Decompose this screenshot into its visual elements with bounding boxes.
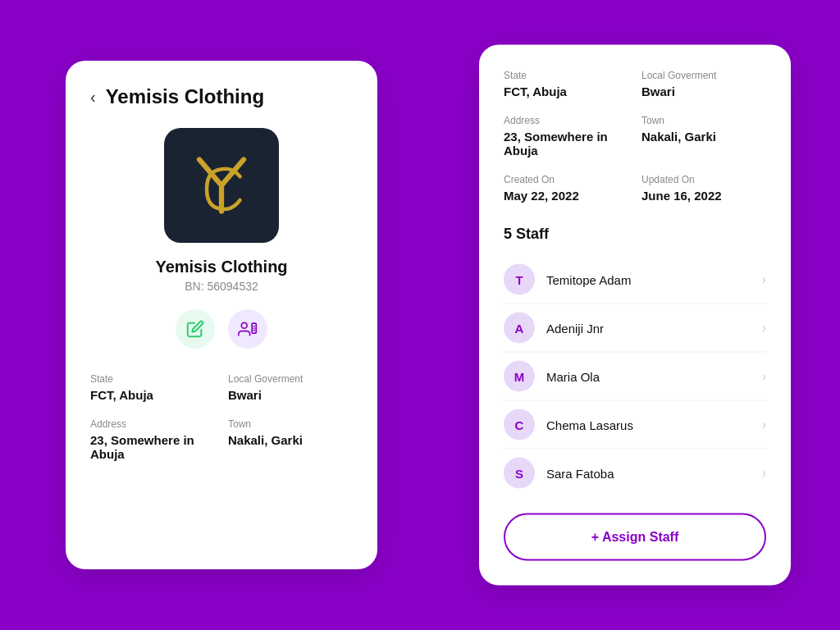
town-label: Town: [228, 418, 353, 430]
right-top-info: State FCT, Abuja Local Goverment Bwari A…: [504, 70, 766, 203]
local-gov-info: Local Goverment Bwari: [228, 373, 353, 402]
town-info: Town Nakali, Garki: [228, 418, 353, 461]
right-address-info: Address 23, Somewhere in Abuja: [504, 115, 628, 158]
right-local-gov-info: Local Goverment Bwari: [641, 70, 766, 98]
chevron-right-icon: ›: [762, 369, 766, 384]
svg-point-0: [241, 322, 247, 328]
staff-item[interactable]: T Temitope Adam ›: [504, 256, 766, 304]
updated-info: Updated On June 16, 2022: [641, 174, 766, 203]
staff-avatar: C: [504, 409, 535, 441]
staff-name: Sara Fatoba: [546, 466, 762, 480]
staff-item[interactable]: S Sara Fatoba ›: [504, 450, 766, 497]
updated-label: Updated On: [641, 174, 766, 185]
staff-item[interactable]: A Adeniji Jnr ›: [504, 304, 766, 353]
business-bn: BN: 56094532: [90, 280, 353, 293]
info-grid: State FCT, Abuja Local Goverment Bwari A…: [90, 373, 353, 461]
staff-item[interactable]: C Chema Lasarus ›: [504, 401, 766, 450]
card-title: Yemisis Clothing: [106, 85, 264, 108]
main-container: ‹ Yemisis Clothing Yemisis Clothing BN: …: [0, 0, 840, 630]
business-logo: [164, 128, 279, 243]
right-town-value: Nakali, Garki: [641, 130, 766, 144]
staff-name: Temitope Adam: [546, 272, 762, 286]
right-address-value: 23, Somewhere in Abuja: [504, 130, 628, 158]
local-gov-label: Local Goverment: [228, 373, 353, 385]
staff-avatar: T: [504, 264, 535, 295]
town-value: Nakali, Garki: [228, 433, 353, 447]
address-info: Address 23, Somewhere in Abuja: [90, 418, 215, 461]
created-info: Created On May 22, 2022: [504, 174, 628, 203]
state-label: State: [90, 373, 215, 385]
chevron-right-icon: ›: [762, 466, 766, 481]
card-header: ‹ Yemisis Clothing: [90, 85, 353, 108]
staff-name: Adeniji Jnr: [546, 321, 762, 335]
chevron-right-icon: ›: [762, 418, 766, 432]
staff-header: 5 Staff: [504, 226, 766, 243]
staff-list: T Temitope Adam › A Adeniji Jnr › M Mari…: [504, 256, 766, 497]
right-town-info: Town Nakali, Garki: [641, 115, 766, 158]
right-address-label: Address: [504, 115, 628, 126]
staff-avatar: M: [504, 361, 535, 392]
right-state-label: State: [504, 70, 628, 81]
right-card: State FCT, Abuja Local Goverment Bwari A…: [479, 45, 791, 586]
updated-value: June 16, 2022: [641, 189, 766, 203]
address-value: 23, Somewhere in Abuja: [90, 433, 215, 461]
back-button[interactable]: ‹: [90, 89, 96, 105]
chevron-right-icon: ›: [762, 272, 766, 287]
right-state-info: State FCT, Abuja: [504, 70, 628, 98]
chevron-right-icon: ›: [762, 321, 766, 336]
created-label: Created On: [504, 174, 628, 185]
right-local-gov-label: Local Goverment: [641, 70, 766, 81]
right-local-gov-value: Bwari: [641, 84, 766, 98]
created-value: May 22, 2022: [504, 189, 628, 203]
action-icons: [90, 309, 353, 349]
edit-button[interactable]: [176, 309, 215, 349]
staff-name: Chema Lasarus: [546, 418, 762, 431]
state-info: State FCT, Abuja: [90, 373, 215, 402]
staff-avatar: S: [504, 458, 535, 489]
state-value: FCT, Abuja: [90, 388, 215, 402]
address-label: Address: [90, 418, 215, 430]
staff-button[interactable]: [228, 309, 267, 349]
assign-staff-button[interactable]: + Assign Staff: [504, 514, 766, 561]
right-state-value: FCT, Abuja: [504, 84, 628, 98]
staff-item[interactable]: M Maria Ola ›: [504, 353, 766, 401]
local-gov-value: Bwari: [228, 388, 353, 402]
left-card: ‹ Yemisis Clothing Yemisis Clothing BN: …: [66, 61, 377, 569]
right-town-label: Town: [641, 115, 766, 126]
logo-container: [90, 128, 353, 243]
business-name: Yemisis Clothing: [90, 258, 353, 276]
staff-avatar: A: [504, 313, 535, 344]
staff-name: Maria Ola: [546, 369, 762, 383]
